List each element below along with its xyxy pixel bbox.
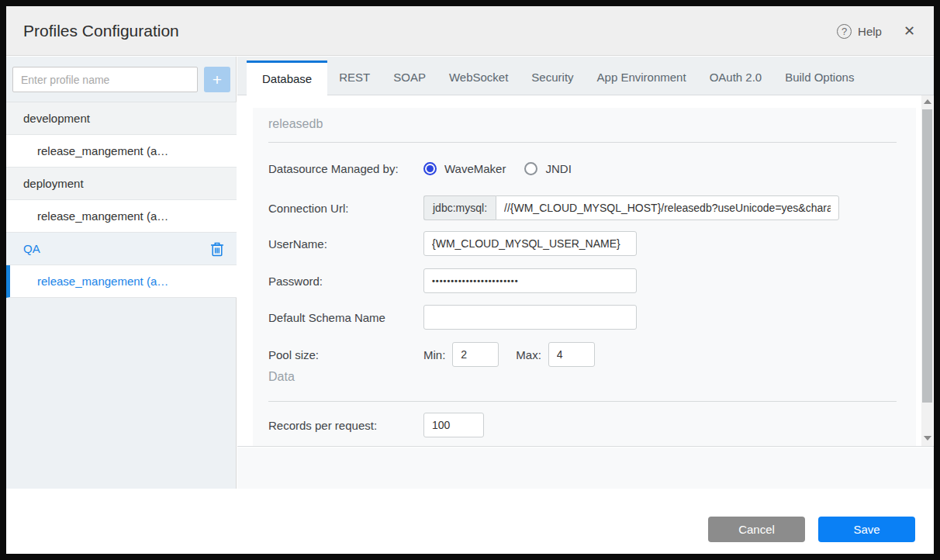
tab-app-environment[interactable]: App Environment: [586, 60, 698, 95]
help-icon: ?: [837, 24, 852, 39]
help-button[interactable]: ? Help: [837, 24, 882, 39]
profile-label: development: [23, 112, 90, 125]
add-profile-button[interactable]: +: [204, 67, 230, 92]
vertical-scrollbar[interactable]: [921, 95, 933, 447]
save-button[interactable]: Save: [818, 517, 915, 542]
wavemaker-radio-label[interactable]: WaveMaker: [444, 162, 506, 175]
sidebar-item-release-mangement-qa[interactable]: release_mangement (a…: [6, 265, 237, 298]
datasource-row: Datasource Managed by: WaveMaker JNDI: [268, 156, 897, 181]
dialog-title: Profiles Configuration: [23, 6, 179, 56]
password-row: Password:: [268, 268, 897, 293]
sidebar-item-release-mangement-deploy[interactable]: release_mangement (a…: [6, 200, 237, 233]
profiles-configuration-dialog: Profiles Configuration ? Help ✕ + develo…: [6, 6, 934, 554]
username-label: UserName:: [268, 237, 423, 251]
help-label: Help: [858, 25, 882, 38]
username-input[interactable]: [423, 231, 637, 256]
data-section-title: Data: [268, 370, 295, 384]
profiles-sidebar: + development release_mangement (a… depl…: [6, 57, 237, 489]
pool-size-label: Pool size:: [268, 348, 423, 361]
pool-max-label: Max:: [516, 348, 541, 361]
close-icon[interactable]: ✕: [904, 22, 915, 40]
profile-content-panel: Database REST SOAP WebSocket Security Ap…: [237, 57, 934, 489]
records-label: Records per request:: [268, 419, 423, 432]
tab-security[interactable]: Security: [520, 60, 585, 95]
service-label: release_mangement (a…: [37, 144, 168, 157]
wavemaker-radio[interactable]: [423, 162, 437, 175]
tab-database[interactable]: Database: [247, 60, 327, 95]
dialog-footer: Cancel Save: [6, 489, 934, 554]
header-actions: ? Help ✕: [837, 6, 915, 56]
profile-label: deployment: [23, 177, 84, 190]
profile-list: development release_mangement (a… deploy…: [6, 102, 237, 298]
service-label: release_mangement (a…: [37, 275, 168, 288]
profile-create-row: +: [12, 67, 230, 92]
content-bottom-strip: [237, 448, 934, 489]
datasource-radio-group: WaveMaker JNDI: [423, 162, 582, 175]
delete-profile-icon[interactable]: [210, 241, 224, 257]
tab-soap[interactable]: SOAP: [382, 60, 437, 95]
database-config-card: releasedb Datasource Managed by: WaveMak…: [253, 108, 916, 447]
tab-websocket[interactable]: WebSocket: [437, 60, 520, 95]
config-tabbar: Database REST SOAP WebSocket Security Ap…: [237, 57, 934, 95]
section-divider: [268, 142, 897, 143]
jndi-radio[interactable]: [524, 162, 537, 175]
scroll-up-icon[interactable]: [924, 99, 931, 104]
tab-build-options[interactable]: Build Options: [773, 60, 866, 95]
scrollbar-thumb[interactable]: [922, 109, 932, 403]
pool-min-label: Min:: [423, 348, 445, 361]
sidebar-item-development[interactable]: development: [6, 102, 237, 135]
password-label: Password:: [268, 275, 423, 288]
pool-max-input[interactable]: [548, 342, 595, 367]
schema-label: Default Schema Name: [268, 311, 423, 324]
records-input[interactable]: [423, 413, 484, 437]
jdbc-prefix-addon: jdbc:mysql:: [423, 195, 496, 220]
sidebar-item-deployment[interactable]: deployment: [6, 168, 237, 200]
dialog-header: Profiles Configuration ? Help ✕: [6, 6, 934, 56]
profile-name-input[interactable]: [12, 67, 198, 92]
sidebar-item-qa[interactable]: QA: [6, 233, 237, 265]
scroll-down-icon[interactable]: [924, 436, 931, 441]
records-row: Records per request:: [268, 413, 897, 437]
jndi-radio-label[interactable]: JNDI: [545, 162, 571, 175]
password-input[interactable]: [423, 268, 637, 293]
profile-label: QA: [23, 242, 40, 255]
db-section-title: releasedb: [268, 117, 323, 131]
connection-url-label: Connection Url:: [268, 202, 423, 215]
database-tab-viewport: releasedb Datasource Managed by: WaveMak…: [237, 95, 934, 447]
cancel-button[interactable]: Cancel: [708, 517, 805, 542]
pool-min-input[interactable]: [452, 342, 499, 367]
username-row: UserName:: [268, 231, 897, 256]
connection-url-row: Connection Url: jdbc:mysql:: [268, 195, 897, 220]
tab-rest[interactable]: REST: [327, 60, 382, 95]
schema-input[interactable]: [423, 305, 637, 330]
sidebar-item-release-mangement-dev[interactable]: release_mangement (a…: [6, 135, 237, 168]
service-label: release_mangement (a…: [37, 209, 168, 223]
pool-size-row: Pool size: Min: Max:: [268, 342, 897, 367]
schema-row: Default Schema Name: [268, 305, 897, 330]
datasource-label: Datasource Managed by:: [268, 162, 423, 175]
section-divider: [268, 401, 897, 402]
connection-url-input[interactable]: [496, 195, 839, 220]
tab-oauth[interactable]: OAuth 2.0: [698, 60, 774, 95]
